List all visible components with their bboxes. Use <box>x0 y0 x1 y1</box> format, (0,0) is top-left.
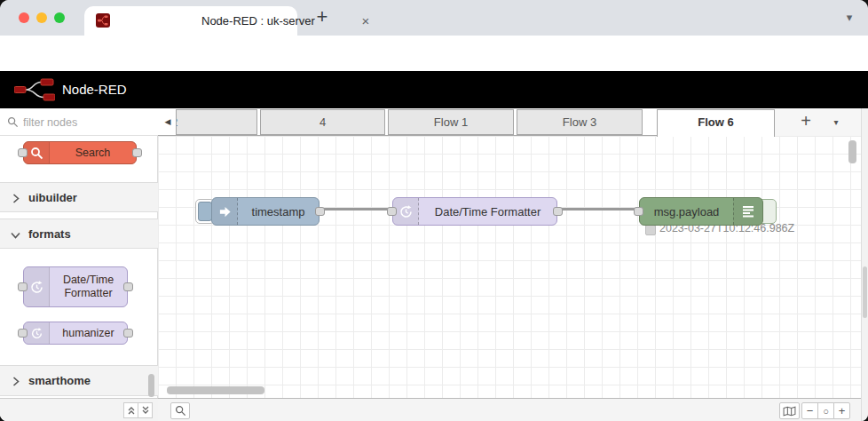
palette-filter-row <box>0 108 158 136</box>
chevron-right-icon <box>12 194 20 203</box>
canvas-footer: − ○ + <box>158 398 861 421</box>
tab-scroll-left-button[interactable]: ◀ <box>160 108 176 136</box>
node-output-port[interactable] <box>123 329 133 338</box>
flow-tab-clipped[interactable]: 2 <box>176 109 257 135</box>
palette-node-datetime-formatter[interactable]: Date/Time Formatter <box>23 266 128 307</box>
flow-tab[interactable]: Flow 1 <box>388 109 514 135</box>
flow-tabstrip: ◀ 2 4 Flow 1 Flow 3 Flow 6 + ▾ <box>158 108 861 136</box>
nodered-favicon-icon <box>96 13 110 28</box>
browser-tab[interactable]: Node-RED : uk-server × <box>84 6 297 36</box>
expand-all-button[interactable] <box>138 402 153 418</box>
traffic-minimize-button[interactable] <box>36 12 47 23</box>
nodered-logo-icon <box>14 78 55 101</box>
palette-node-label: Search <box>50 147 136 160</box>
add-flow-button[interactable]: + <box>793 108 819 136</box>
wire[interactable] <box>317 208 393 210</box>
node-input-port[interactable] <box>634 207 643 216</box>
flow-tab-label: Flow 1 <box>434 115 468 129</box>
chevron-right-icon <box>12 377 20 386</box>
node-output-port[interactable] <box>123 282 133 291</box>
node-input-port[interactable] <box>18 329 28 338</box>
palette-category-smarthome[interactable]: smarthome <box>0 365 158 396</box>
flow-tab[interactable]: Flow 3 <box>517 109 643 135</box>
traffic-close-button[interactable] <box>19 12 29 23</box>
app-title: Node-RED <box>62 71 127 108</box>
node-output-port[interactable] <box>553 207 563 216</box>
node-output-port[interactable] <box>132 148 142 157</box>
flow-tab[interactable]: 4 <box>260 109 385 135</box>
node-msg-payload-debug[interactable]: msg.payload <box>639 197 763 226</box>
flow-tab-label: Flow 6 <box>698 115 733 129</box>
palette-scrollbar[interactable] <box>148 374 154 397</box>
palette-footer <box>0 398 158 421</box>
flow-canvas[interactable]: timestamp Date/Time Formatter msg.payloa… <box>158 136 861 398</box>
timer-node-icon <box>24 322 50 344</box>
node-input-port[interactable] <box>387 207 397 216</box>
nodered-header: Node-RED Deploy ▾ <box>0 71 868 108</box>
category-label: formats <box>28 219 71 250</box>
collapse-all-button[interactable] <box>123 402 138 418</box>
zoom-in-button[interactable]: + <box>833 402 850 419</box>
node-timestamp[interactable]: timestamp <box>211 197 320 226</box>
tab-search-chevron-icon[interactable]: ▾ <box>839 7 860 28</box>
zoom-out-button[interactable]: − <box>801 402 818 419</box>
browser-tabstrip: Node-RED : uk-server × + ▾ <box>0 0 868 36</box>
canvas-horizontal-scrollbar[interactable] <box>167 386 264 394</box>
category-label: uibuilder <box>28 183 77 213</box>
palette-category-uibuilder[interactable]: uibuilder <box>0 182 158 212</box>
canvas-vertical-scrollbar[interactable] <box>848 140 856 163</box>
node-label: Date/Time Formatter <box>419 205 556 218</box>
node-label: timestamp <box>238 205 319 218</box>
node-status-icon <box>645 225 656 235</box>
palette-node-humanizer[interactable]: humanizer <box>23 322 128 345</box>
timer-node-icon <box>24 267 50 306</box>
splitter-scrollbar[interactable] <box>863 266 867 318</box>
palette-node-label: humanizer <box>50 327 127 340</box>
chevron-down-icon <box>11 232 20 239</box>
flow-tab-label: 4 <box>320 115 326 129</box>
filter-search-icon <box>7 116 19 128</box>
node-datetime-formatter[interactable]: Date/Time Formatter <box>392 197 557 226</box>
navigator-map-button[interactable] <box>779 402 800 419</box>
new-tab-button[interactable]: + <box>309 4 335 32</box>
timer-node-icon <box>393 198 419 225</box>
search-node-icon <box>24 142 50 163</box>
browser-tab-title: Node-RED : uk-server <box>201 6 315 36</box>
browser-toolbar: ← → Not Secure uk-server:2718/#flow/cd14… <box>0 36 868 71</box>
node-output-port[interactable] <box>315 207 325 216</box>
flow-tab-label: 2 <box>176 110 178 134</box>
debug-node-icon <box>733 198 762 225</box>
flow-list-caret-icon[interactable]: ▾ <box>825 108 847 136</box>
zoom-reset-button[interactable]: ○ <box>817 402 834 419</box>
category-label: smarthome <box>28 366 91 396</box>
node-label: msg.payload <box>640 205 733 218</box>
flow-tab-label: Flow 3 <box>563 115 596 129</box>
node-input-port[interactable] <box>18 148 28 157</box>
traffic-zoom-button[interactable] <box>54 12 65 23</box>
tab-close-icon[interactable]: × <box>355 6 376 36</box>
inject-node-icon <box>212 198 238 225</box>
palette-node-label: Date/Time Formatter <box>50 274 127 300</box>
browser-window: Node-RED : uk-server × + ▾ ← → Not Secur… <box>0 0 868 421</box>
canvas-search-button[interactable] <box>170 402 190 419</box>
flow-tab-active[interactable]: Flow 6 <box>657 109 775 137</box>
sidebar-splitter[interactable] <box>861 108 868 421</box>
wire[interactable] <box>556 208 641 210</box>
palette-node-search[interactable]: Search <box>23 141 137 164</box>
node-input-port[interactable] <box>18 282 28 291</box>
palette-filter-input[interactable] <box>21 113 149 132</box>
palette-sidebar: Search uibuilder formats Date/Time Forma… <box>0 108 158 421</box>
palette-category-formats[interactable]: formats <box>0 218 158 249</box>
